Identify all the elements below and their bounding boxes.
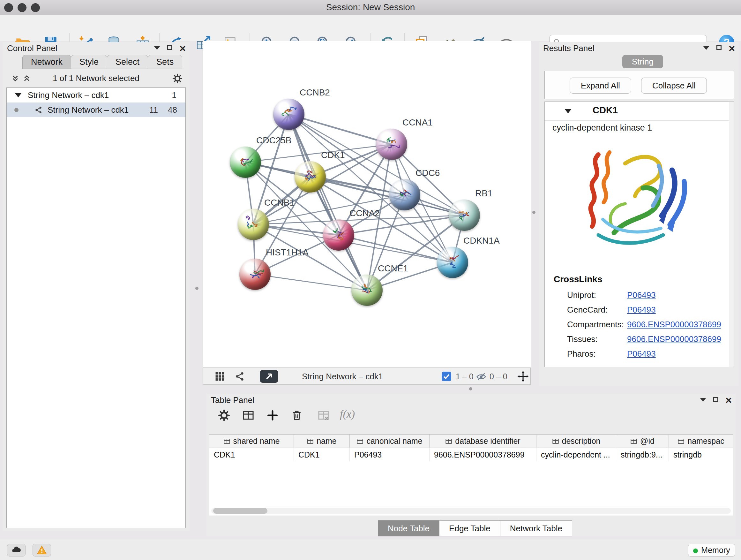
column-header-database-identifier[interactable]: database identifier — [429, 435, 536, 448]
network-node-CCNB1[interactable] — [238, 209, 269, 240]
table-panel-header: Table Panel × — [206, 394, 736, 406]
crosslink-row: Compartments:9606.ENSP00000378699 — [567, 317, 727, 332]
table-cell[interactable]: stringdb — [669, 448, 733, 461]
network-row[interactable]: String Network – cdk1 11 48 — [7, 103, 185, 117]
memory-button[interactable]: Memory — [688, 544, 735, 557]
protein-structure-thumbnail — [246, 265, 264, 284]
crosslink-compartments-link[interactable]: 9606.ENSP00000378699 — [627, 320, 721, 329]
node-table: shared namenamecanonical namedatabase id… — [209, 434, 733, 516]
panel-close-icon[interactable]: × — [729, 44, 735, 52]
collection-label: String Network – cdk1 — [28, 88, 109, 103]
disclosure-triangle-icon[interactable] — [15, 93, 21, 98]
tab-style[interactable]: Style — [71, 55, 107, 69]
show-columns-icon[interactable] — [242, 409, 254, 422]
table-cell[interactable]: CDK1 — [209, 448, 294, 461]
network-node-CCNE1[interactable] — [351, 274, 383, 306]
table-cell[interactable]: 9606.ENSP00000378699 — [429, 448, 536, 461]
network-selection-summary: 1 of 1 Network selected — [3, 73, 190, 83]
panel-collapse-icon[interactable] — [700, 397, 706, 403]
cloud-status-button[interactable] — [7, 544, 25, 557]
table-panel: Table Panel × f(x) shared namenamecanoni… — [206, 394, 736, 537]
right-splitter-handle[interactable] — [532, 211, 536, 214]
birdseye-navigator-icon[interactable] — [517, 371, 529, 382]
horizontal-splitter-handle[interactable] — [469, 387, 472, 390]
network-node-CDKN1A[interactable] — [437, 247, 468, 278]
crosslink-pharos-link[interactable]: P06493 — [627, 349, 656, 359]
crosslink-row: Pharos:P06493 — [567, 347, 727, 361]
disclosure-triangle-icon[interactable] — [564, 109, 571, 113]
results-buttons-box: Expand All Collapse All — [544, 71, 734, 99]
crosslink-genecard-link[interactable]: P06493 — [627, 305, 656, 315]
crosslink-uniprot-link[interactable]: P06493 — [627, 290, 656, 300]
panel-collapse-icon[interactable] — [703, 45, 710, 51]
crosslink-tissues-link[interactable]: 9606.ENSP00000378699 — [627, 334, 721, 344]
protein-description: cyclin-dependent kinase 1 — [552, 123, 652, 133]
left-splitter-handle[interactable] — [195, 287, 199, 290]
table-row[interactable]: CDK1CDK1P064939606.ENSP00000378699cyclin… — [209, 448, 733, 461]
warnings-button[interactable] — [32, 544, 51, 557]
network-node-RB1[interactable] — [449, 199, 480, 231]
column-header-name[interactable]: name — [294, 435, 350, 448]
expand-all-button[interactable]: Expand All — [569, 78, 631, 94]
table-cell[interactable]: cyclin-dependent ... — [536, 448, 616, 461]
network-node-HIST1H1A[interactable] — [239, 259, 271, 290]
tab-network[interactable]: Network — [22, 55, 71, 69]
tab-string[interactable]: String — [622, 55, 663, 68]
column-header-id[interactable]: @id — [616, 435, 669, 448]
gear-icon[interactable] — [172, 73, 183, 84]
results-scrollbar[interactable] — [729, 102, 734, 367]
column-header-description[interactable]: description — [536, 435, 616, 448]
network-node-CDC6[interactable] — [389, 179, 420, 210]
tab-select[interactable]: Select — [107, 55, 148, 69]
collapse-all-button[interactable]: Collapse All — [641, 78, 707, 94]
tab-node-table[interactable]: Node Table — [378, 520, 440, 537]
tab-network-table[interactable]: Network Table — [500, 520, 572, 537]
panel-float-icon[interactable] — [713, 397, 718, 403]
protein-structure-thumbnail — [382, 135, 401, 153]
column-header-label: canonical name — [366, 436, 422, 446]
table-cell[interactable]: CDK1 — [294, 448, 350, 461]
delete-column-trash-icon[interactable] — [291, 409, 303, 422]
detach-view-button[interactable] — [260, 370, 278, 383]
network-node-CCNA2[interactable] — [323, 219, 354, 251]
column-header-namespac[interactable]: namespac — [669, 435, 733, 448]
node-label-CCNE1: CCNE1 — [378, 263, 408, 273]
network-canvas[interactable]: CCNB2CCNA1CDC25BCDK1CDC6RB1CCNB1CCNA2CDK… — [203, 41, 531, 368]
network-node-CDK1[interactable] — [294, 161, 326, 192]
tab-sets[interactable]: Sets — [148, 55, 182, 69]
table-horizontal-scrollbar[interactable] — [211, 508, 731, 514]
panel-close-icon[interactable]: × — [179, 44, 186, 52]
panel-collapse-icon[interactable] — [154, 45, 160, 51]
table-panel-title: Table Panel — [211, 395, 254, 405]
control-panel-header: Control Panel × — [3, 42, 190, 54]
network-view-icon[interactable] — [234, 371, 245, 382]
column-header-shared-name[interactable]: shared name — [209, 435, 294, 448]
window-title: Session: New Session — [0, 2, 741, 12]
string-app-icon — [34, 106, 43, 114]
panel-float-icon[interactable] — [167, 45, 172, 51]
hidden-eye-slash-icon[interactable] — [476, 372, 486, 382]
protein-section-header[interactable]: CDK1 — [545, 102, 734, 121]
selected-checkbox-icon[interactable] — [442, 372, 451, 381]
add-column-icon[interactable] — [266, 409, 279, 422]
function-builder-icon[interactable]: f(x) — [340, 408, 355, 420]
table-cell[interactable]: stringdb:9... — [616, 448, 669, 461]
panel-float-icon[interactable] — [717, 45, 722, 51]
network-node-CCNA1[interactable] — [376, 129, 407, 160]
grid-view-icon[interactable] — [214, 371, 225, 382]
network-node-CCNB2[interactable] — [273, 99, 305, 130]
network-collection-row[interactable]: String Network – cdk1 1 — [7, 88, 185, 103]
tab-edge-table[interactable]: Edge Table — [439, 520, 500, 537]
table-cell[interactable]: P06493 — [350, 448, 429, 461]
node-label-HIST1H1A: HIST1H1A — [266, 247, 309, 258]
crosslink-label: Compartments: — [567, 320, 627, 329]
node-label-CCNA2: CCNA2 — [349, 208, 380, 219]
column-header-label: @id — [640, 436, 655, 446]
table-settings-gear-icon[interactable] — [218, 409, 230, 422]
column-header-canonical-name[interactable]: canonical name — [350, 435, 429, 448]
scrollbar-thumb[interactable] — [213, 508, 267, 514]
warning-icon — [37, 545, 47, 556]
panel-close-icon[interactable]: × — [725, 396, 732, 404]
network-node-CDC25B[interactable] — [230, 146, 261, 178]
protein-structure-image — [571, 138, 705, 265]
